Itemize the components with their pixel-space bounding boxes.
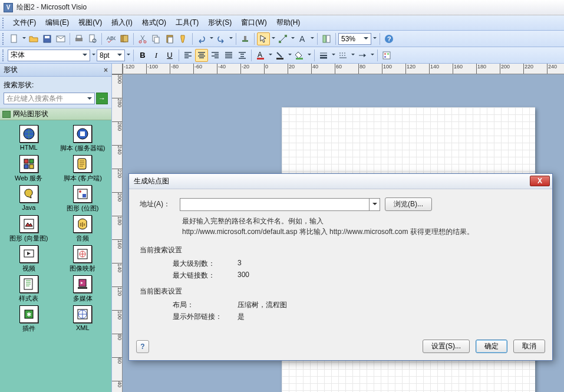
search-input[interactable]: 在此键入搜索条件 xyxy=(4,93,95,104)
help-button[interactable]: ? xyxy=(382,32,395,45)
new-button[interactable] xyxy=(8,32,21,45)
address-label: 地址(A)： xyxy=(140,199,175,209)
fontsize-combo[interactable]: 8pt xyxy=(97,50,125,61)
dropdown-icon[interactable] xyxy=(268,54,273,57)
menu-insert[interactable]: 插入(I) xyxy=(107,16,137,29)
line-color-button[interactable] xyxy=(273,49,286,62)
search-go-button[interactable]: → xyxy=(96,93,108,104)
dialog-title-bar[interactable]: 生成站点图 X xyxy=(129,174,552,189)
menu-edit[interactable]: 编辑(E) xyxy=(41,16,74,29)
ok-button[interactable]: 确定 xyxy=(476,340,507,353)
generate-sitemap-dialog: 生成站点图 X 地址(A)： 浏览(B)... 最好输入完整的路径名和文件名。例… xyxy=(128,173,553,361)
close-icon[interactable]: × xyxy=(104,66,108,74)
dropdown-icon[interactable] xyxy=(331,54,336,57)
menu-shape[interactable]: 形状(S) xyxy=(203,16,236,29)
svg-rect-6 xyxy=(90,35,94,42)
print-button[interactable] xyxy=(72,32,85,45)
zoom-combo[interactable]: 53% xyxy=(338,33,371,45)
shape-item[interactable]: 样式表 xyxy=(2,275,55,303)
svg-rect-36 xyxy=(80,131,85,136)
redo-button[interactable] xyxy=(215,32,227,45)
align-right-button[interactable] xyxy=(209,49,222,62)
dropdown-icon[interactable] xyxy=(271,37,276,41)
open-button[interactable] xyxy=(27,32,40,45)
shape-item[interactable]: 音频 xyxy=(57,215,110,243)
dropdown-icon[interactable] xyxy=(21,37,27,41)
grip-icon xyxy=(2,33,6,45)
cancel-button[interactable]: 取消 xyxy=(513,340,545,353)
shape-item[interactable]: HTML xyxy=(2,125,55,153)
shape-item[interactable]: 多媒体 xyxy=(57,275,110,303)
menu-tools[interactable]: 工具(T) xyxy=(171,16,203,29)
underline-button[interactable]: U xyxy=(163,49,176,62)
cut-button[interactable] xyxy=(136,32,149,45)
svg-rect-40 xyxy=(29,164,34,169)
bold-button[interactable]: B xyxy=(136,49,149,62)
shape-item[interactable]: 图形 (位图) xyxy=(57,185,110,213)
text-button[interactable]: A xyxy=(296,32,309,45)
menu-view[interactable]: 视图(V) xyxy=(74,16,107,29)
svg-point-11 xyxy=(139,41,141,43)
fill-color-button[interactable] xyxy=(293,49,306,62)
dropdown-icon[interactable] xyxy=(126,54,131,57)
line-ends-button[interactable] xyxy=(356,49,369,62)
menu-help[interactable]: 帮助(H) xyxy=(272,16,305,29)
connector-button[interactable] xyxy=(276,32,289,45)
shape-item[interactable]: 图形 (向量图) xyxy=(2,215,55,243)
dialog-close-button[interactable]: X xyxy=(530,176,550,186)
pointer-button[interactable] xyxy=(257,32,270,45)
dropdown-icon[interactable] xyxy=(369,199,380,210)
dropdown-icon[interactable] xyxy=(306,54,312,57)
line-pattern-button[interactable] xyxy=(337,49,349,62)
stencil-header[interactable]: 网站图形状 xyxy=(0,108,111,120)
shape-label: 多媒体 xyxy=(73,294,93,303)
shape-item[interactable]: 脚本 (服务器端) xyxy=(57,125,110,153)
shape-item[interactable]: ✱插件 xyxy=(2,305,55,333)
preview-button[interactable] xyxy=(86,32,99,45)
line-weight-button[interactable] xyxy=(317,49,330,62)
menu-file[interactable]: 文件(F) xyxy=(8,16,41,29)
address-input[interactable] xyxy=(180,198,380,211)
theme-button[interactable] xyxy=(380,49,393,62)
browse-button[interactable]: 浏览(B)... xyxy=(385,197,432,211)
dropdown-icon[interactable] xyxy=(290,37,295,41)
shapes-toggle-button[interactable] xyxy=(320,32,333,45)
align-left-button[interactable] xyxy=(182,49,194,62)
italic-button[interactable]: I xyxy=(150,49,163,62)
spellcheck-button[interactable]: ABC xyxy=(104,32,117,45)
settings-button[interactable]: 设置(S)... xyxy=(423,340,470,353)
help-button[interactable]: ? xyxy=(136,340,149,353)
dropdown-icon[interactable] xyxy=(372,37,377,41)
research-button[interactable] xyxy=(118,32,131,45)
dropdown-icon[interactable] xyxy=(91,54,96,57)
stamp-button[interactable] xyxy=(239,32,252,45)
align-justify-button[interactable] xyxy=(222,49,235,62)
svg-rect-39 xyxy=(24,164,28,169)
shape-item[interactable]: Java xyxy=(2,185,55,213)
font-combo[interactable]: 宋体 xyxy=(8,50,90,61)
dropdown-icon[interactable] xyxy=(287,54,292,57)
copy-button[interactable] xyxy=(150,32,163,45)
shape-item[interactable]: 图像映射 xyxy=(57,245,110,273)
dropdown-icon[interactable] xyxy=(228,37,233,41)
shape-label: 脚本 (服务器端) xyxy=(60,144,105,153)
dropdown-icon[interactable] xyxy=(350,54,355,57)
shape-item[interactable]: 视频 xyxy=(2,245,55,273)
menu-window[interactable]: 窗口(W) xyxy=(236,16,271,29)
font-color-button[interactable]: A xyxy=(254,49,267,62)
distribute-button[interactable] xyxy=(236,49,249,62)
dropdown-icon[interactable] xyxy=(309,37,315,41)
align-center-button[interactable] xyxy=(195,49,208,62)
shape-item[interactable]: XML xyxy=(57,305,110,333)
paste-button[interactable] xyxy=(163,32,176,45)
dropdown-icon[interactable] xyxy=(209,37,214,41)
dropdown-icon[interactable] xyxy=(370,54,375,57)
shape-item[interactable]: 脚本 (客户端) xyxy=(57,155,110,183)
format-painter-button[interactable] xyxy=(177,32,190,45)
undo-button[interactable] xyxy=(195,32,208,45)
shape-item[interactable]: Web 服务 xyxy=(2,155,55,183)
shape-label: XML xyxy=(76,324,90,331)
save-button[interactable] xyxy=(41,32,54,45)
mail-button[interactable] xyxy=(54,32,67,45)
menu-format[interactable]: 格式(O) xyxy=(137,16,171,29)
